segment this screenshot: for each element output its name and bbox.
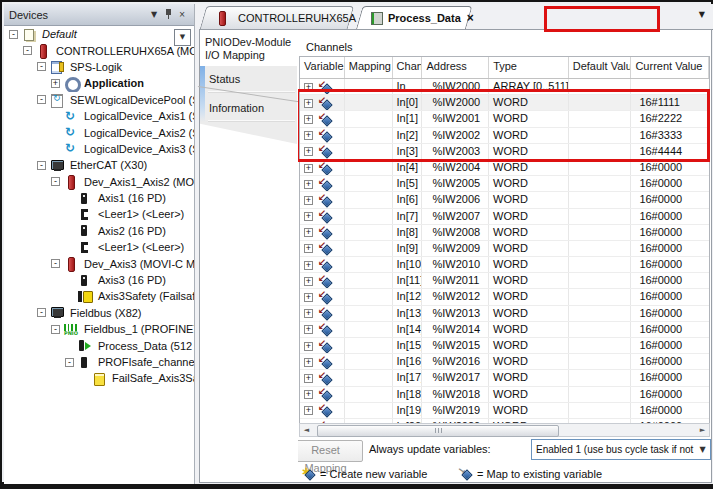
table-row[interactable]: In[19] %IW2019 WORD 16#0000 [300, 403, 709, 419]
row-expander-icon[interactable] [304, 115, 313, 124]
table-row[interactable]: In[15] %IW2015 WORD 16#0000 [300, 338, 709, 354]
row-expander-icon[interactable] [304, 325, 313, 334]
row-expander-icon[interactable] [304, 164, 313, 173]
table-row[interactable]: In[1] %IW2001 WORD 16#2222 [300, 111, 709, 127]
tree-expander-icon[interactable] [65, 358, 74, 367]
tree-expander-icon[interactable] [51, 177, 60, 186]
tab-close-icon[interactable]: × [467, 13, 474, 23]
tree-item[interactable]: SPS-Logik [4, 59, 194, 75]
row-expander-icon[interactable] [304, 374, 313, 383]
panel-close-icon[interactable]: × [175, 10, 189, 19]
row-expander-icon[interactable] [304, 83, 313, 92]
row-expander-icon[interactable] [304, 244, 313, 253]
row-expander-icon[interactable] [304, 228, 313, 237]
row-expander-icon[interactable] [304, 99, 313, 108]
tree-item[interactable]: SEWLogicalDevicePool (SEWLog [4, 92, 194, 108]
table-row[interactable]: In[3] %IW2003 WORD 16#4444 [300, 144, 709, 160]
col-current-value[interactable]: Current Value [631, 57, 709, 78]
table-row[interactable]: In[16] %IW2016 WORD 16#0000 [300, 354, 709, 370]
tree-item[interactable]: Axis1 (16 PD) [4, 190, 194, 206]
side-tab-information[interactable]: Information [209, 102, 264, 114]
tree-item[interactable]: LogicalDevice_Axis3 (SEWL [4, 141, 194, 157]
scroll-left-icon[interactable]: ◄ [300, 426, 313, 434]
tree-item[interactable]: LogicalDevice_Axis2 (SEWL [4, 124, 194, 140]
tree-item[interactable]: CONTROLLERUHX65A (MOVI-C CON [4, 42, 194, 58]
row-expander-icon[interactable] [304, 196, 313, 205]
tab-controlleruhx65a[interactable]: CONTROLLERUHX65A [203, 6, 351, 29]
tree-item[interactable]: FailSafe_Axis3Safe [4, 370, 194, 386]
tree-item[interactable]: Fieldbus_1 (PROFINET I/O- [4, 321, 194, 337]
table-row[interactable]: In[17] %IW2017 WORD 16#0000 [300, 370, 709, 386]
tree-item[interactable]: Process_Data (512 Pr [4, 337, 194, 353]
tree-item[interactable]: EtherCAT (X30) [4, 157, 194, 173]
col-channel[interactable]: Channel [393, 57, 423, 78]
table-row[interactable]: In[2] %IW2002 WORD 16#3333 [300, 128, 709, 144]
mapped-variable-icon [319, 340, 333, 353]
col-address[interactable]: Address [422, 57, 489, 78]
tree-expander-icon[interactable] [51, 325, 60, 334]
horizontal-scrollbar[interactable]: ◄ ► [299, 423, 710, 437]
row-expander-icon[interactable] [304, 309, 313, 318]
table-row[interactable]: In[9] %IW2009 WORD 16#0000 [300, 241, 709, 257]
tree-item[interactable]: LogicalDevice_Axis1 (SEWL [4, 108, 194, 124]
tree-item[interactable]: Dev_Axis3 (MOVI-C MOVID [4, 255, 194, 271]
table-row[interactable]: In[11] %IW2011 WORD 16#0000 [300, 273, 709, 289]
col-default-value[interactable]: Default Value [569, 57, 632, 78]
row-expander-icon[interactable] [304, 293, 313, 302]
table-row[interactable]: In[13] %IW2013 WORD 16#0000 [300, 306, 709, 322]
table-row[interactable]: In[7] %IW2007 WORD 16#0000 [300, 209, 709, 225]
tree-expander-icon[interactable] [37, 95, 46, 104]
tree-item[interactable]: Application [4, 75, 194, 91]
table-row[interactable]: In[10] %IW2010 WORD 16#0000 [300, 257, 709, 273]
tab-process-data[interactable]: Process_Data × [359, 6, 469, 29]
tree-item[interactable]: Axis2 (16 PD) [4, 223, 194, 239]
tree-item[interactable]: Axis3 (16 PD) [4, 272, 194, 288]
table-row[interactable]: In[18] %IW2018 WORD 16#0000 [300, 387, 709, 403]
tree-expander-icon[interactable] [37, 161, 46, 170]
pin-icon[interactable] [161, 8, 175, 22]
row-expander-icon[interactable] [304, 390, 313, 399]
table-row[interactable]: In %IW2000 ARRAY [0..511] O [300, 79, 709, 95]
panel-dropdown-icon[interactable]: ▼ [147, 10, 161, 19]
tree-item[interactable]: <Leer1> (<Leer>) [4, 239, 194, 255]
tree-item[interactable]: Fieldbus (X82) [4, 305, 194, 321]
row-expander-icon[interactable] [304, 358, 313, 367]
row-expander-icon[interactable] [304, 180, 313, 189]
active-application-dropdown[interactable]: ▼ [174, 29, 191, 46]
tree-expander-icon[interactable] [51, 79, 60, 88]
tree-item[interactable]: <Leer1> (<Leer>) [4, 206, 194, 222]
always-update-dropdown[interactable]: Enabled 1 (use bus cycle task if not use… [531, 439, 711, 460]
table-row[interactable]: In[4] %IW2004 WORD 16#0000 [300, 160, 709, 176]
scrollbar-thumb[interactable] [317, 425, 559, 437]
row-expander-icon[interactable] [304, 342, 313, 351]
tree-expander-icon[interactable] [51, 259, 60, 268]
row-expander-icon[interactable] [304, 147, 313, 156]
tree-expander-icon[interactable] [23, 46, 32, 55]
tree-expander-icon[interactable] [9, 30, 18, 39]
table-row[interactable]: In[8] %IW2008 WORD 16#0000 [300, 225, 709, 241]
col-mapping[interactable]: Mapping [345, 57, 393, 78]
row-expander-icon[interactable] [304, 277, 313, 286]
tree-item[interactable]: Dev_Axis1_Axis2 (MOVI-C [4, 174, 194, 190]
tree-item[interactable]: Axis3Safety (Failsafe [4, 288, 194, 304]
tab-list-dropdown-icon[interactable]: ▼ [699, 10, 705, 19]
row-expander-icon[interactable] [304, 406, 313, 415]
table-row[interactable]: In[14] %IW2014 WORD 16#0000 [300, 322, 709, 338]
scroll-right-icon[interactable]: ► [696, 426, 709, 434]
table-row[interactable]: In[5] %IW2005 WORD 16#0000 [300, 176, 709, 192]
col-variable[interactable]: Variable [300, 57, 345, 78]
tree-item[interactable]: Default [4, 26, 194, 42]
col-type[interactable]: Type [489, 57, 569, 78]
side-tab-io-mapping[interactable]: PNIODev-Module I/O Mapping [205, 36, 291, 62]
row-expander-icon[interactable] [304, 212, 313, 221]
table-row[interactable]: In[12] %IW2012 WORD 16#0000 [300, 289, 709, 305]
tree-item[interactable]: PROFIsafe_channel (SE [4, 354, 194, 370]
tree-expander-icon[interactable] [37, 308, 46, 317]
table-row[interactable]: In[0] %IW2000 WORD 16#1111 [300, 95, 709, 111]
tree-expander-icon[interactable] [37, 62, 46, 71]
table-row[interactable]: In[6] %IW2006 WORD 16#0000 [300, 192, 709, 208]
reset-mapping-button[interactable]: Reset Mapping [298, 440, 363, 462]
side-tab-status[interactable]: Status [209, 73, 240, 85]
row-expander-icon[interactable] [304, 131, 313, 140]
row-expander-icon[interactable] [304, 261, 313, 270]
